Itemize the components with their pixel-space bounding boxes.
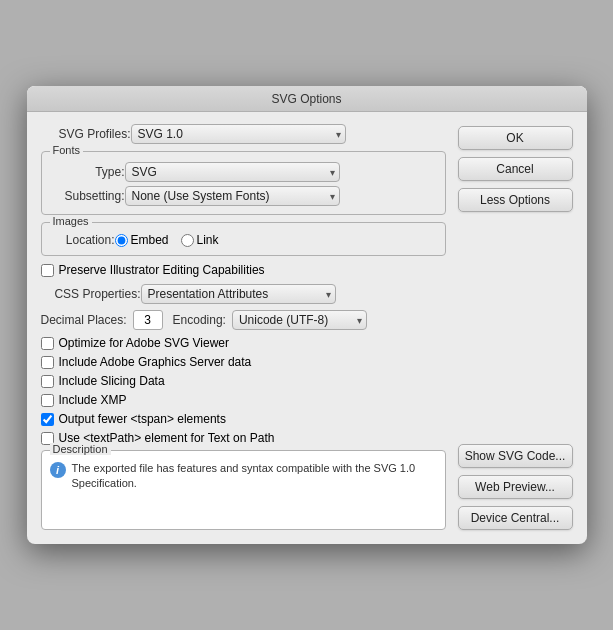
right-column: OK Cancel Less Options Show SVG Code... … [458,124,573,530]
svg-profiles-select[interactable]: SVG 1.0 [131,124,346,144]
subsetting-row: Subsetting: None (Use System Fonts) [50,186,437,206]
svg-profiles-row: SVG Profiles: SVG 1.0 [41,124,446,144]
preserve-checkbox[interactable] [41,264,54,277]
css-properties-row: CSS Properties: Presentation Attributes [41,284,446,304]
opt2-row: Include Adobe Graphics Server data [41,355,446,369]
svg-options-dialog: SVG Options SVG Profiles: SVG 1.0 Fonts … [27,86,587,544]
subsetting-label: Subsetting: [50,189,125,203]
embed-radio[interactable] [115,234,128,247]
dialog-title: SVG Options [27,86,587,112]
embed-label: Embed [131,233,169,247]
opt4-checkbox[interactable] [41,394,54,407]
description-text: The exported file has features and synta… [72,461,437,492]
left-column: SVG Profiles: SVG 1.0 Fonts Type: SVG [41,124,446,530]
location-radio-group: Embed Link [115,233,219,247]
cancel-button[interactable]: Cancel [458,157,573,181]
fonts-group-label: Fonts [50,144,84,156]
css-properties-label: CSS Properties: [41,287,141,301]
encoding-select-wrap: Unicode (UTF-8) [232,310,367,330]
opt5-label: Output fewer <tspan> elements [59,412,226,426]
opt5-checkbox[interactable] [41,413,54,426]
images-group: Images Location: Embed Link [41,222,446,256]
preserve-label: Preserve Illustrator Editing Capabilitie… [59,263,265,277]
preserve-checkbox-row: Preserve Illustrator Editing Capabilitie… [41,263,446,277]
images-group-label: Images [50,215,92,227]
opt4-label: Include XMP [59,393,127,407]
link-radio[interactable] [181,234,194,247]
description-group-label: Description [50,443,111,455]
decimal-places-label: Decimal Places: [41,313,127,327]
opt4-row: Include XMP [41,393,446,407]
info-icon: i [50,462,66,478]
type-row: Type: SVG [50,162,437,182]
type-select[interactable]: SVG [125,162,340,182]
location-label: Location: [50,233,115,247]
less-options-button[interactable]: Less Options [458,188,573,212]
device-central-button[interactable]: Device Central... [458,506,573,530]
opt2-label: Include Adobe Graphics Server data [59,355,252,369]
link-radio-item[interactable]: Link [181,233,219,247]
css-properties-select-wrap: Presentation Attributes [141,284,336,304]
decimal-encoding-row: Decimal Places: 3 Encoding: Unicode (UTF… [41,310,446,330]
description-content: i The exported file has features and syn… [50,457,437,492]
subsetting-select-wrap: None (Use System Fonts) [125,186,340,206]
type-select-wrap: SVG [125,162,340,182]
opt1-label: Optimize for Adobe SVG Viewer [59,336,230,350]
subsetting-select[interactable]: None (Use System Fonts) [125,186,340,206]
link-label: Link [197,233,219,247]
opt1-checkbox[interactable] [41,337,54,350]
encoding-label: Encoding: [173,313,226,327]
opt1-row: Optimize for Adobe SVG Viewer [41,336,446,350]
opt2-checkbox[interactable] [41,356,54,369]
decimal-places-input[interactable]: 3 [133,310,163,330]
svg-profiles-label: SVG Profiles: [41,127,131,141]
fonts-group: Fonts Type: SVG Subsetting: None (Use Sy… [41,151,446,215]
css-properties-select[interactable]: Presentation Attributes [141,284,336,304]
show-svg-code-button[interactable]: Show SVG Code... [458,444,573,468]
embed-radio-item[interactable]: Embed [115,233,169,247]
web-preview-button[interactable]: Web Preview... [458,475,573,499]
ok-button[interactable]: OK [458,126,573,150]
opt3-row: Include Slicing Data [41,374,446,388]
svg-profiles-select-wrap: SVG 1.0 [131,124,346,144]
opt3-label: Include Slicing Data [59,374,165,388]
images-location-row: Location: Embed Link [50,233,437,247]
encoding-select[interactable]: Unicode (UTF-8) [232,310,367,330]
opt3-checkbox[interactable] [41,375,54,388]
type-label: Type: [50,165,125,179]
opt5-row: Output fewer <tspan> elements [41,412,446,426]
description-group: Description i The exported file has feat… [41,450,446,530]
